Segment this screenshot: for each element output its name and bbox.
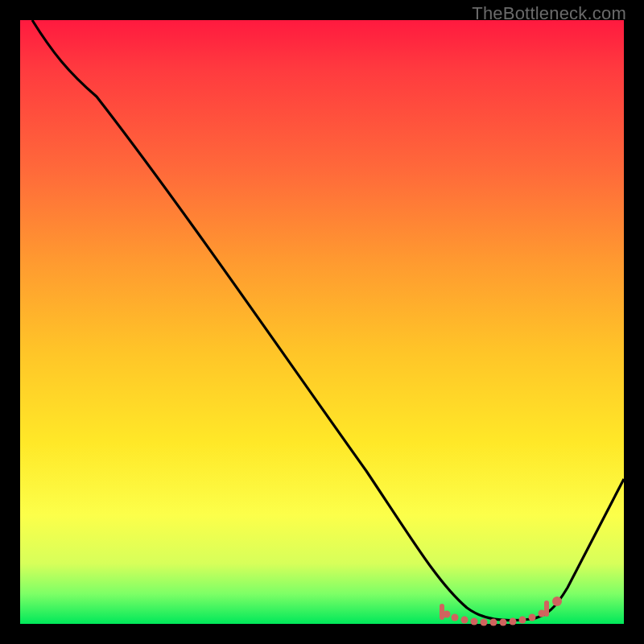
svg-point-7 [510, 618, 517, 625]
svg-point-1 [452, 614, 459, 621]
svg-point-5 [490, 619, 497, 626]
svg-point-8 [519, 617, 526, 624]
plot-area [20, 20, 624, 624]
bottleneck-curve [32, 20, 624, 621]
outer-frame: TheBottleneck.com [0, 0, 644, 644]
svg-point-4 [481, 619, 488, 626]
watermark-text: TheBottleneck.com [472, 3, 626, 24]
flat-region-markers [442, 603, 547, 626]
svg-point-2 [461, 617, 469, 624]
svg-point-9 [529, 614, 536, 621]
chart-svg [20, 20, 624, 624]
marker-point [552, 597, 562, 606]
svg-point-3 [471, 618, 478, 625]
svg-point-6 [500, 619, 507, 626]
